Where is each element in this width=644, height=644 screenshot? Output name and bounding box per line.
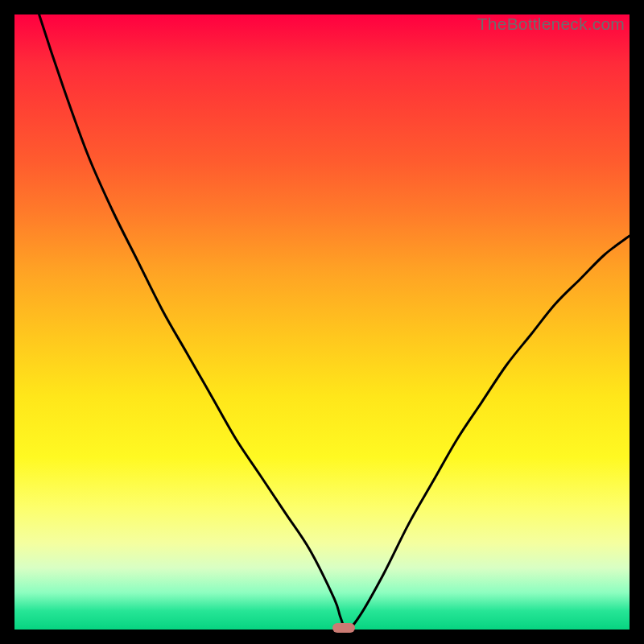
- plot-area: TheBottleneck.com: [14, 14, 630, 630]
- minimum-marker: [332, 623, 355, 633]
- chart-stage: TheBottleneck.com: [0, 0, 644, 644]
- curve-path: [14, 14, 630, 630]
- bottleneck-curve: [14, 14, 630, 630]
